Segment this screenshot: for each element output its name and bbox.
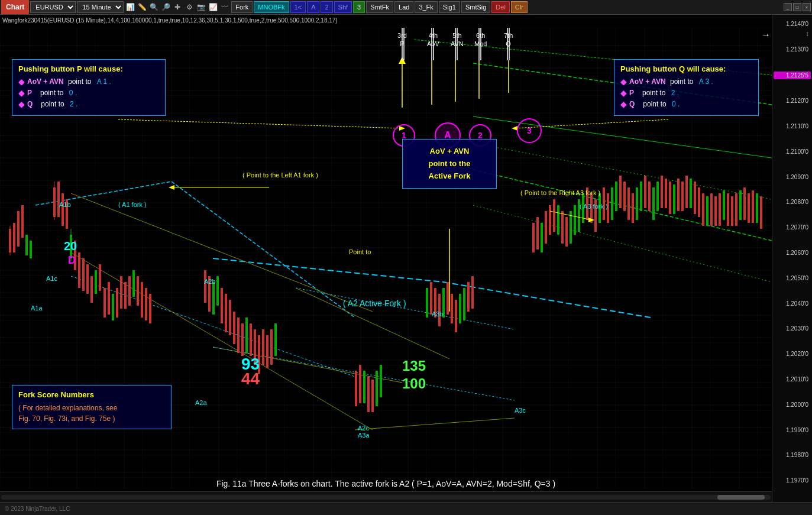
label-a2c: A2c	[358, 425, 369, 432]
svg-rect-155	[656, 182, 659, 211]
bottom-bar: © 2023 NinjaTrader, LLC	[0, 502, 812, 515]
svg-rect-143	[607, 193, 609, 223]
smtfk-button[interactable]: SmtFk	[366, 1, 393, 13]
fork-button[interactable]: Fork	[231, 1, 253, 13]
svg-rect-109	[367, 377, 370, 412]
mnobfk-button[interactable]: MNOBFk	[254, 1, 289, 13]
properties-icon[interactable]: ⚙	[184, 2, 195, 12]
scroll-bar[interactable]	[0, 491, 772, 502]
svg-rect-135	[574, 205, 576, 235]
svg-rect-113	[426, 288, 428, 318]
svg-rect-97	[241, 323, 244, 356]
expand-left-icon[interactable]: →	[761, 30, 771, 40]
sig1-button[interactable]: Sig1	[439, 1, 460, 13]
timeframe-select[interactable]: 15 Minute	[77, 1, 124, 13]
chart-tab[interactable]: Chart	[1, 0, 29, 14]
scroll-track[interactable]	[1, 495, 771, 500]
diamond-icon-2: ◆	[18, 88, 25, 98]
svg-rect-110	[371, 380, 374, 412]
svg-rect-142	[603, 187, 605, 220]
avn-button[interactable]: 2	[321, 1, 332, 13]
3fk-button[interactable]: 3_Fk	[415, 1, 437, 13]
price-1.1980: 1.1980'0	[774, 452, 811, 458]
aov-button[interactable]: A	[307, 1, 319, 13]
info-row-aov-left: ◆ AoV + AVN point to A 1 .	[18, 77, 159, 86]
svg-rect-176	[743, 187, 746, 220]
active-fork-text: AoV + AVN point to the Active Fork	[409, 145, 490, 182]
svg-rect-102	[262, 329, 264, 365]
svg-rect-60	[25, 235, 28, 255]
symbol-select[interactable]: EURUSD	[30, 1, 76, 13]
lad-button[interactable]: Lad	[394, 1, 413, 13]
svg-rect-147	[623, 182, 626, 211]
smtsig-button[interactable]: SmtSig	[461, 1, 490, 13]
svg-rect-173	[731, 196, 733, 226]
info-row-q-left: ◆ Q point to 2 .	[18, 99, 159, 109]
svg-rect-159	[673, 184, 675, 214]
svg-rect-153	[648, 182, 651, 211]
svg-rect-71	[82, 258, 85, 291]
svg-rect-154	[652, 187, 655, 220]
bar-chart-icon[interactable]: 📊	[125, 2, 135, 12]
svg-rect-179	[756, 193, 758, 223]
fork-score-title: Fork Score Numbers	[18, 390, 165, 399]
svg-rect-164	[694, 182, 696, 214]
svg-rect-128	[545, 211, 547, 244]
screenshot-icon[interactable]: 📷	[196, 2, 206, 12]
price-1.2140: 1.2140'0	[774, 21, 811, 27]
svg-rect-104	[270, 329, 273, 365]
chart-type-icon[interactable]: 📈	[208, 2, 218, 12]
label-a1a: A1a	[31, 305, 43, 312]
zoom-in-icon[interactable]: 🔍	[148, 2, 159, 12]
svg-rect-138	[586, 187, 588, 220]
crosshair-icon[interactable]: ✚	[172, 2, 183, 12]
price-1.1970: 1.1970'0	[774, 477, 811, 484]
svg-rect-167	[706, 196, 709, 226]
del-button[interactable]: Del	[491, 1, 510, 13]
price-1.2080: 1.2080'0	[774, 199, 811, 205]
price-1.2120: 1.2120'0	[774, 98, 811, 104]
svg-rect-72	[86, 264, 89, 294]
q-button[interactable]: 3	[353, 1, 365, 13]
svg-rect-127	[541, 223, 543, 252]
clr-button[interactable]: Clr	[511, 1, 528, 13]
svg-rect-70	[78, 252, 80, 288]
zoom-out-icon[interactable]: 🔎	[160, 2, 171, 12]
label-a1fork: ( A1 fork )	[118, 201, 147, 208]
price-1.2010: 1.2010'0	[774, 376, 811, 383]
current-price: 1.2125'5	[774, 72, 811, 79]
close-button[interactable]: ×	[803, 3, 811, 11]
indicator-icon[interactable]: 〰	[219, 2, 230, 12]
svg-rect-83	[132, 270, 135, 297]
svg-rect-165	[698, 187, 700, 217]
scroll-thumb[interactable]	[717, 495, 765, 500]
svg-rect-146	[619, 176, 622, 208]
svg-rect-156	[661, 176, 663, 208]
svg-rect-64	[57, 182, 60, 217]
minimize-button[interactable]: _	[784, 3, 792, 11]
svg-rect-105	[274, 323, 277, 356]
svg-rect-88	[204, 270, 206, 303]
draw-icon[interactable]: ✏️	[137, 2, 147, 12]
window-controls: _ □ ×	[784, 3, 811, 11]
svg-rect-111	[376, 371, 378, 406]
label-a1c: A1c	[46, 275, 57, 282]
svg-rect-152	[644, 176, 646, 208]
svg-rect-162	[685, 176, 688, 208]
fork-score-desc: ( For detailed explanations, see Fig. 70…	[18, 403, 165, 424]
maximize-button[interactable]: □	[793, 3, 801, 11]
svg-rect-73	[90, 276, 93, 303]
svg-rect-150	[636, 187, 638, 220]
svg-rect-145	[615, 182, 617, 211]
nav-left-button[interactable]: 1<	[290, 1, 306, 13]
price-axis: 1.2140'0 1.2130'0 1.2125'5 1.2120'0 1.21…	[772, 15, 812, 515]
top-bar: Chart EURUSD 15 Minute 📊 ✏️ 🔍 🔎 ✚ ⚙ 📷 📈 …	[0, 0, 812, 15]
expand-right-icon: ↕	[805, 30, 809, 38]
svg-rect-136	[578, 199, 580, 232]
svg-rect-171	[723, 190, 725, 220]
shf-button[interactable]: Shf	[334, 1, 352, 13]
fig-caption: Fig. 11a Three A-forks on chart. The act…	[0, 479, 772, 488]
svg-rect-124	[471, 276, 474, 309]
price-1.2110: 1.2110'0	[774, 123, 811, 129]
diamond-icon-4: ◆	[620, 77, 627, 86]
